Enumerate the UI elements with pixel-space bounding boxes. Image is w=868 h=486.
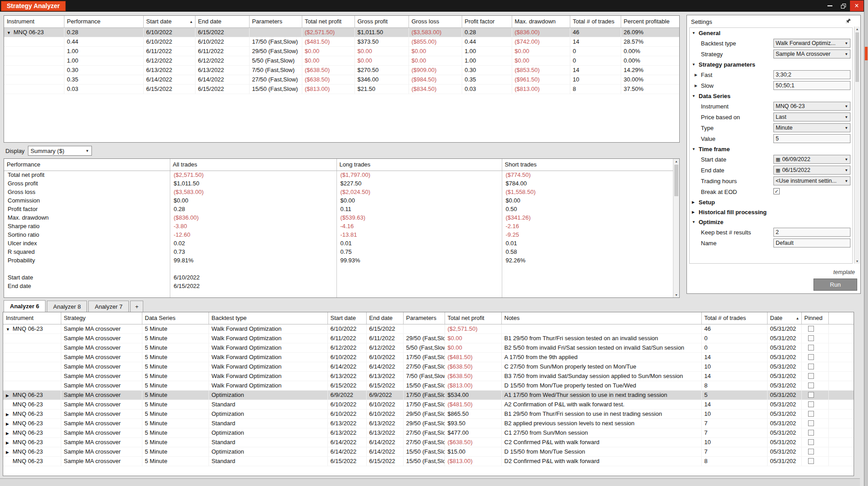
tab-analyzer-6[interactable]: Analyzer 6	[4, 300, 45, 312]
row-expander-icon[interactable]: ▶	[6, 450, 13, 454]
run-button[interactable]: Run	[813, 279, 857, 291]
fast-input[interactable]: 3;30;2	[773, 70, 850, 79]
history-row[interactable]: Sample MA crossover5 MinuteWalk Forward …	[3, 343, 854, 352]
dock-indicator[interactable]	[865, 47, 868, 60]
column-header-max-drawdown[interactable]: Max. drawdown	[512, 16, 570, 27]
column-header-start-date[interactable]: Start date▲	[143, 16, 195, 27]
settings-scrollbar[interactable]: ▲ ▼	[854, 27, 860, 264]
add-analyzer-tab[interactable]: +	[130, 301, 144, 312]
history-row[interactable]: ▶MNQ 06-23Sample MA crossover5 MinuteOpt…	[3, 390, 854, 400]
history-row[interactable]: ▶MNQ 06-23Sample MA crossover5 MinuteOpt…	[3, 447, 854, 456]
slow-input[interactable]: 50;50;1	[773, 81, 850, 90]
column-header-total-net-profit[interactable]: Total net profit	[302, 16, 354, 27]
pinned-checkbox[interactable]	[808, 411, 814, 417]
column-header-end-date[interactable]: End date	[366, 312, 403, 324]
scrollbar-thumb[interactable]	[855, 32, 859, 82]
scroll-down-button[interactable]: ▼	[854, 260, 860, 263]
end-date-date-picker[interactable]: ▦06/15/2022▼	[773, 166, 850, 175]
restore-button[interactable]	[836, 0, 850, 11]
pinned-checkbox[interactable]	[808, 401, 814, 407]
name-input[interactable]: Default	[773, 238, 850, 248]
history-row[interactable]: ▼MNQ 06-23Sample MA crossover5 MinuteWal…	[3, 324, 854, 333]
history-row[interactable]: ▶MNQ 06-23Sample MA crossover5 MinuteOpt…	[3, 428, 854, 437]
pinned-checkbox[interactable]	[808, 364, 814, 369]
backtest-type-select[interactable]: Walk Forward Optimiz...▼	[773, 39, 850, 48]
results-row[interactable]: 1.006/11/20226/11/202229/50 (Fast,Slow)$…	[4, 46, 679, 56]
row-expander-icon[interactable]: ▶	[6, 393, 13, 398]
minimize-button[interactable]	[823, 0, 836, 11]
pinned-checkbox[interactable]	[808, 430, 814, 436]
scroll-up-button[interactable]: ▲	[854, 27, 860, 31]
history-row[interactable]: Sample MA crossover5 MinuteWalk Forward …	[3, 371, 854, 381]
results-row[interactable]: 0.356/14/20226/14/202227/50 (Fast,Slow)(…	[4, 75, 679, 84]
pinned-checkbox[interactable]	[808, 420, 814, 426]
close-button[interactable]: ×	[850, 0, 863, 11]
column-header-strategy[interactable]: Strategy	[61, 312, 142, 324]
settings-group-strategy-parameters[interactable]: ▼Strategy parameters	[690, 59, 852, 69]
history-row[interactable]: ▶MNQ 06-23Sample MA crossover5 MinuteOpt…	[3, 409, 854, 418]
column-header-instrument[interactable]: Instrument	[4, 16, 64, 27]
column-header-parameters[interactable]: Parameters	[249, 16, 302, 27]
pinned-checkbox[interactable]	[808, 326, 814, 332]
column-header-instrument[interactable]: Instrument	[3, 312, 61, 324]
history-row[interactable]: ▶MNQ 06-23Sample MA crossover5 MinuteSta…	[3, 437, 854, 447]
column-header-percent-profitable[interactable]: Percent profitable	[621, 16, 679, 27]
strategy-select[interactable]: Sample MA crossover▼	[773, 50, 850, 58]
history-row[interactable]: Sample MA crossover5 MinuteWalk Forward …	[3, 362, 854, 371]
start-date-date-picker[interactable]: ▦06/09/2022▼	[773, 155, 850, 164]
column-header-profit-factor[interactable]: Profit factor	[462, 16, 512, 27]
column-header-data-series[interactable]: Data Series	[142, 312, 209, 324]
column-header-backtest-type[interactable]: Backtest type	[209, 312, 327, 324]
settings-group-historical-fill-processing[interactable]: ▶Historical fill processing	[690, 207, 852, 217]
pinned-checkbox[interactable]	[808, 449, 814, 454]
column-header-notes[interactable]: Notes	[501, 312, 701, 324]
settings-group-data-series[interactable]: ▼Data Series	[690, 91, 852, 101]
results-row[interactable]: 0.036/15/20226/15/202215/50 (Fast,Slow)(…	[4, 84, 679, 94]
history-row[interactable]: ▶MNQ 06-23Sample MA crossover5 MinuteSta…	[3, 418, 854, 428]
value-input[interactable]: 5	[773, 134, 850, 143]
expand-icon[interactable]: ▶	[695, 84, 697, 88]
column-header-total-net-profit[interactable]: Total net profit	[445, 312, 501, 324]
column-header-long-trades[interactable]: Long trades	[336, 159, 502, 171]
results-row[interactable]: 0.306/13/20226/13/20227/50 (Fast,Slow)($…	[4, 65, 679, 75]
column-header-all-trades[interactable]: All trades	[170, 159, 336, 171]
break-at-eod-checkbox[interactable]: ✓	[773, 188, 780, 194]
pinned-checkbox[interactable]	[808, 345, 814, 351]
settings-group-general[interactable]: ▼General	[690, 28, 852, 38]
column-header-start-date[interactable]: Start date	[327, 312, 366, 324]
column-header-total-of-trades[interactable]: Total # of trades	[570, 16, 621, 27]
history-row[interactable]: Sample MA crossover5 MinuteWalk Forward …	[3, 381, 854, 390]
display-select[interactable]: Summary ($) ▼	[28, 146, 92, 156]
history-row[interactable]: MNQ 06-23Sample MA crossover5 MinuteStan…	[3, 456, 854, 466]
horizontal-scrollbar[interactable]	[0, 478, 860, 486]
window-title-tab[interactable]: Strategy Analyzer	[1, 1, 66, 11]
history-row[interactable]: Sample MA crossover5 MinuteWalk Forward …	[3, 333, 854, 343]
pinned-checkbox[interactable]	[808, 392, 814, 398]
history-row[interactable]: MNQ 06-23Sample MA crossover5 MinuteStan…	[3, 400, 854, 409]
pinned-checkbox[interactable]	[808, 382, 814, 388]
row-expander-icon[interactable]: ▶	[6, 431, 13, 436]
pinned-checkbox[interactable]	[808, 335, 814, 341]
pinned-checkbox[interactable]	[808, 373, 814, 379]
keep-best-results-input[interactable]: 2	[773, 228, 850, 237]
column-header-short-trades[interactable]: Short trades	[502, 159, 673, 171]
scroll-up-button[interactable]: ▲	[673, 160, 679, 163]
price-based-on-select[interactable]: Last▼	[773, 112, 850, 122]
scrollbar-thumb[interactable]	[674, 165, 678, 196]
column-header-pinned[interactable]: Pinned	[801, 312, 828, 324]
history-row[interactable]: Sample MA crossover5 MinuteWalk Forward …	[3, 352, 854, 362]
instrument-select[interactable]: MNQ 06-23▼	[773, 102, 850, 111]
results-row[interactable]: 0.446/10/20226/10/202217/50 (Fast,Slow)(…	[4, 37, 679, 46]
row-expander-icon[interactable]: ▼	[6, 327, 13, 332]
settings-group-time-frame[interactable]: ▼Time frame	[690, 144, 852, 154]
pinned-checkbox[interactable]	[808, 439, 814, 445]
row-expander-icon[interactable]: ▶	[6, 422, 13, 426]
column-header-end-date[interactable]: End date	[195, 16, 249, 27]
pin-icon[interactable]	[845, 18, 851, 24]
type-select[interactable]: Minute▼	[773, 123, 850, 132]
pinned-checkbox[interactable]	[808, 458, 814, 464]
results-row[interactable]: ▼MNQ 06-230.286/10/20226/15/2022($2,571.…	[4, 27, 679, 37]
row-expander-icon[interactable]: ▶	[6, 441, 13, 445]
results-row[interactable]: 1.006/12/20226/12/20225/50 (Fast,Slow)$0…	[4, 56, 679, 65]
pinned-checkbox[interactable]	[808, 354, 814, 360]
